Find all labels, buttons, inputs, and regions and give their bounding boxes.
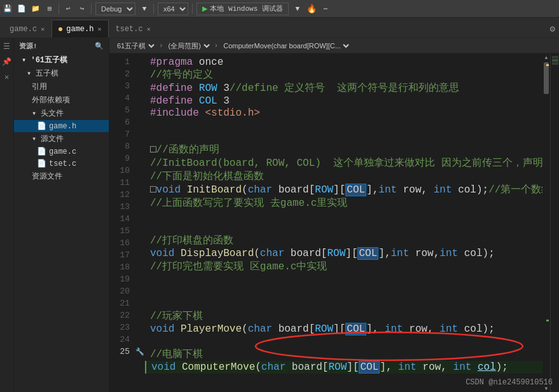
minimap-line [552, 62, 558, 65]
sidebar-item-project[interactable]: ▾ '61五子棋 [14, 53, 109, 67]
minimap [550, 53, 559, 392]
main-layout: ☰ 📌 ✕ 资源! 🔍 ▾ '61五子棋 ▾ 五子棋 引用 外部依赖项 ▾ 头文… [0, 38, 559, 392]
breadcrumb-arrow2: › [214, 42, 219, 50]
gutter-line [135, 128, 145, 140]
tab-game-c-label: game.c [10, 25, 37, 34]
tab-game-c[interactable]: game.c ✕ [3, 20, 52, 37]
sidebar-item-game-c-src[interactable]: 📄 game.c [14, 145, 109, 158]
gutter-line [135, 225, 145, 237]
breadcrumb-file-select[interactable]: 61五子棋 [114, 41, 156, 50]
sidebar-reference-label: 引用 [32, 81, 47, 92]
code-line-15: //打印棋盘的函数 [145, 234, 542, 247]
open-icon[interactable]: 📁 [31, 4, 41, 14]
breadcrumb-symbol-select[interactable]: ComputerMove(char board[ROW][C... [221, 41, 351, 50]
gutter-line [135, 177, 145, 189]
pin-icon[interactable]: 📌 [1, 56, 13, 67]
run-label: 本地 Windows 调试器 [210, 4, 282, 13]
breadcrumb-scope-select[interactable]: (全局范围) [166, 41, 212, 50]
sidebar-item-wuziqi[interactable]: ▾ 五子棋 [14, 67, 109, 80]
arch-select[interactable]: x64 [158, 3, 188, 15]
tab-game-h[interactable]: game.h ✕ [52, 20, 108, 37]
undo-icon[interactable]: ↩ [63, 4, 73, 14]
more-icon[interactable]: ⋯ [321, 4, 331, 14]
scroll-up-icon[interactable]: ▲ [542, 53, 550, 61]
gutter-line [135, 189, 145, 201]
tab-tset-c[interactable]: tset.c ✕ [109, 20, 158, 37]
sidebar-item-game-c[interactable]: ▾ 源文件 [14, 132, 109, 145]
code-line-16: void DisplayBoard(char board[ROW][COL],i… [145, 247, 542, 260]
tab-tset-c-close[interactable]: ✕ [147, 25, 151, 33]
editor-scrollable[interactable]: 1 2 3 4 5 6 7 8 9 10 11 12 13 14 [109, 53, 542, 392]
sidebar-item-reference[interactable]: 引用 [14, 80, 109, 93]
gutter-line [135, 309, 145, 321]
code-line-7 [145, 131, 542, 143]
code-line-1: #pragma once [145, 56, 542, 68]
sidebar-item-tset-c[interactable]: 📄 tset.c [14, 158, 109, 170]
code-line-5: #include <stdio.h> [145, 107, 542, 119]
play-icon: ▶ [202, 3, 207, 14]
gutter-line [135, 285, 145, 297]
code-lines[interactable]: #pragma once //符号的定义 #define ROW 3//defi… [145, 53, 542, 392]
sidebar-title: 资源! [19, 41, 38, 51]
code-line-11: □void InitBoard(char board[ROW][COL],int… [145, 183, 542, 196]
code-line-22: void PlayerMove(char board[ROW][COL], in… [145, 323, 542, 335]
run-button[interactable]: ▶ 本地 Windows 调试器 [197, 3, 289, 15]
sidebar-search-icon[interactable]: 🔍 [95, 42, 104, 50]
sidebar: 资源! 🔍 ▾ '61五子棋 ▾ 五子棋 引用 外部依赖项 ▾ 头文件 📄 ga… [14, 38, 109, 392]
gutter-line [135, 140, 145, 152]
unknown-icon1[interactable]: ⊞ [45, 4, 55, 14]
save-icon[interactable]: 💾 [3, 4, 13, 14]
gutter-line [135, 321, 145, 334]
gutter-line [135, 237, 145, 249]
code-line-17: //打印完也需要实现 区game.c中实现 [145, 260, 542, 273]
watermark: CSDN @nie2459010516 [466, 378, 553, 387]
new-file-icon[interactable]: 📄 [17, 4, 27, 14]
code-line-10: //下面是初始化棋盘函数 [145, 170, 542, 183]
gutter-line [135, 92, 145, 104]
close-panel-icon[interactable]: ✕ [1, 71, 13, 83]
debug-dropdown-icon[interactable]: ▼ [139, 4, 149, 14]
debug-config-select[interactable]: Debug [95, 3, 135, 15]
tab-gear-icon[interactable]: ⚙ [546, 20, 559, 37]
code-line-8: □//函数的声明 [145, 143, 542, 156]
gutter-line [135, 334, 145, 346]
tab-modified-indicator [59, 27, 62, 31]
code-line-3: #define ROW 3//define 定义符号 这两个符号是行和列的意思 [145, 81, 542, 95]
sidebar-item-headers[interactable]: ▾ 头文件 [14, 107, 109, 120]
tab-game-h-close[interactable]: ✕ [97, 25, 101, 33]
sidebar-game-h-label: game.h [49, 122, 76, 131]
sidebar-item-resources[interactable]: 资源文件 [14, 170, 109, 183]
sep2 [91, 4, 92, 14]
scroll-body[interactable] [542, 61, 550, 384]
gutter-line [135, 116, 145, 128]
gutter-line [135, 201, 145, 213]
gutter-line [135, 297, 145, 309]
code-line-21: //玩家下棋 [145, 309, 542, 323]
sidebar-game-c-label: game.c [49, 147, 76, 156]
sidebar-item-external[interactable]: 外部依赖项 [14, 93, 109, 107]
code-line-25: void ComputerMove(char board[ROW][COL], … [145, 361, 542, 374]
tab-game-c-close[interactable]: ✕ [41, 25, 45, 33]
code-line-6 [145, 119, 542, 131]
code-line-2: //符号的定义 [145, 68, 542, 81]
scroll-thumb[interactable] [544, 62, 549, 94]
code-line-13 [145, 210, 542, 222]
sidebar-tset-c-label: tset.c [49, 159, 76, 168]
gutter-line [135, 80, 145, 92]
minimap-line [552, 59, 558, 62]
fire-icon[interactable]: 🔥 [307, 4, 317, 14]
code-line-20 [145, 297, 542, 309]
sep1 [59, 4, 59, 14]
explorer-icon[interactable]: ☰ [1, 41, 13, 52]
code-line-12: //上面函数写完了要实现 去game.c里实现 [145, 196, 542, 210]
right-scrollbar[interactable]: ▲ ▼ [542, 53, 550, 392]
gutter-line [135, 261, 145, 273]
code-line-18 [145, 273, 542, 285]
warning-indicator [546, 64, 549, 66]
gutter: 🔧 [135, 53, 145, 392]
dropdown-arrow-icon[interactable]: ▼ [293, 4, 303, 14]
gutter-line [135, 152, 145, 165]
tab-tset-c-label: tset.c [116, 25, 143, 34]
sidebar-item-game-h[interactable]: 📄 game.h [14, 120, 109, 132]
redo-icon[interactable]: ↪ [77, 4, 87, 14]
